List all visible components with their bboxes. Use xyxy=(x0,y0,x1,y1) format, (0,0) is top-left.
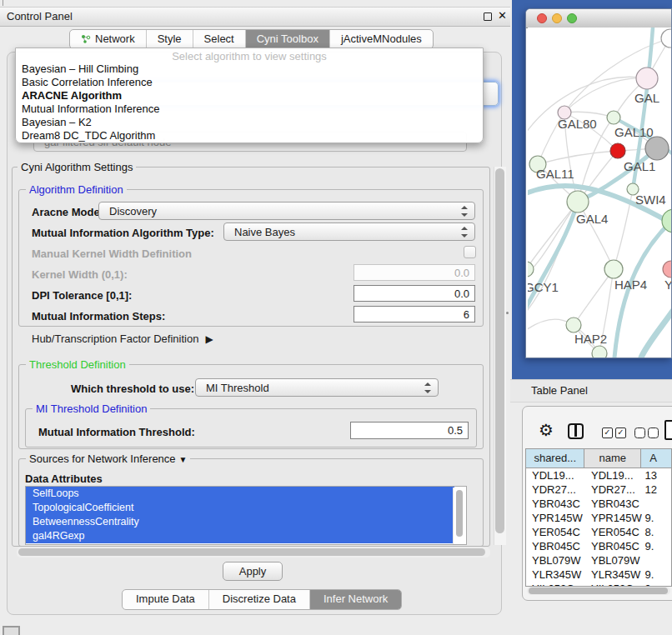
network-node[interactable] xyxy=(661,29,671,48)
table-cell: YBL079W xyxy=(526,553,585,568)
minimize-window-icon[interactable] xyxy=(552,13,562,23)
network-node-gal[interactable] xyxy=(636,68,658,89)
mi-type-combobox[interactable]: Naive Bayes xyxy=(223,222,475,241)
network-node-hap2[interactable] xyxy=(566,318,581,332)
aracne-mode-label: Aracne Mode: xyxy=(32,206,103,218)
kernel-width-label: Kernel Width (0,1): xyxy=(32,268,128,281)
settings-horizontal-scrollbar-thumb[interactable] xyxy=(18,548,485,556)
node-label: GAL1 xyxy=(624,159,655,173)
network-canvas[interactable]: GALGAL80GAL10GAL1GAL11SWI4GAL4GCY1HAP4YH… xyxy=(528,28,671,358)
float-window-button[interactable] xyxy=(484,12,492,21)
mi-type-value: Naive Bayes xyxy=(234,226,295,238)
settings-group-title: Cyni Algorithm Settings xyxy=(18,161,136,173)
zoom-window-icon[interactable] xyxy=(567,13,577,23)
table-row[interactable]: YBL079WYBL079W xyxy=(526,553,671,568)
algorithm-option[interactable]: ARACNE Algorithm xyxy=(16,89,483,102)
mi-type-label: Mutual Information Algorithm Type: xyxy=(32,227,214,239)
algorithm-option[interactable]: Dream8 DC_TDC Algorithm xyxy=(16,129,483,142)
column-header-shared-name[interactable]: shared... xyxy=(526,449,584,468)
minimized-panel-icon[interactable] xyxy=(3,626,20,635)
sources-group-title[interactable]: Sources for Network Inference▼ xyxy=(26,452,190,465)
dpi-tolerance-field[interactable]: 0.0 xyxy=(354,285,475,302)
table-cell: 12 xyxy=(642,482,671,497)
unchecked-checkbox-icon[interactable] xyxy=(634,428,645,438)
network-node[interactable] xyxy=(592,346,607,358)
mi-threshold-group-title: MI Threshold Definition xyxy=(33,402,150,415)
settings-horizontal-scrollbar xyxy=(17,548,490,558)
stepper-icon xyxy=(461,205,469,218)
kernel-width-field[interactable]: 0.0 xyxy=(354,264,475,281)
expander-down-icon: ▼ xyxy=(179,455,188,464)
close-panel-button[interactable]: ✕ xyxy=(498,9,507,22)
unchecked-checkbox-icon[interactable] xyxy=(648,428,659,438)
algorithm-option[interactable]: Basic Correlation Inference xyxy=(16,76,483,89)
table-cell: YPR145W xyxy=(585,511,642,525)
attribute-item[interactable]: SelfLoops xyxy=(26,487,454,501)
which-threshold-value: MI Threshold xyxy=(206,382,269,394)
table-row[interactable]: YPR145WYPR145W9. xyxy=(526,511,671,525)
network-node[interactable] xyxy=(645,137,669,160)
table-row[interactable]: YER054CYER054C8. xyxy=(526,525,671,539)
columns-icon[interactable] xyxy=(568,423,584,439)
attribute-item[interactable]: TopologicalCoefficient xyxy=(26,501,454,515)
table-cell: YDR27... xyxy=(585,482,642,497)
tab-discretize-data[interactable]: Discretize Data xyxy=(208,590,309,609)
checked-checkbox-icon[interactable]: ✓ xyxy=(602,428,613,438)
table-row[interactable]: YBR043CYBR043C xyxy=(526,497,671,511)
network-node-hap4[interactable] xyxy=(604,260,623,278)
network-node-y[interactable] xyxy=(663,261,671,278)
tab-select[interactable]: Select xyxy=(193,30,245,48)
table-cell: YER054C xyxy=(526,525,585,539)
algorithm-option[interactable]: Bayesian – K2 xyxy=(16,116,483,129)
mi-steps-field[interactable]: 6 xyxy=(354,306,475,322)
column-header-third[interactable]: A xyxy=(641,449,671,468)
tab-impute-data[interactable]: Impute Data xyxy=(123,590,208,609)
column-header-name[interactable]: name xyxy=(584,449,641,468)
attributes-scrollbar-thumb[interactable] xyxy=(456,490,463,537)
checked-checkbox-icon[interactable]: ✓ xyxy=(615,428,626,438)
mi-threshold-field[interactable]: 0.5 xyxy=(350,422,469,439)
apply-button[interactable]: Apply xyxy=(223,562,283,581)
node-table[interactable]: shared... name A YDL19...YDL19...13YDR27… xyxy=(525,448,672,587)
network-node-gal4[interactable] xyxy=(567,191,589,212)
which-threshold-combobox[interactable]: MI Threshold xyxy=(195,378,439,397)
table-cell: YDR27... xyxy=(526,482,585,497)
table-row[interactable]: YBR045CYBR045C9. xyxy=(526,539,671,553)
algorithm-option[interactable]: Mutual Information Inference xyxy=(16,102,483,116)
table-cell: YBR045C xyxy=(526,539,585,553)
aracne-mode-combobox[interactable]: Discovery xyxy=(98,202,475,220)
close-window-icon[interactable] xyxy=(537,13,547,23)
table-row[interactable]: YDR27...YDR27...12 xyxy=(526,482,671,497)
network-icon xyxy=(81,34,91,44)
settings-vertical-scrollbar-thumb[interactable] xyxy=(495,168,504,533)
network-window-titlebar[interactable] xyxy=(526,9,671,28)
gear-icon[interactable]: ⚙ xyxy=(539,420,554,440)
table-row[interactable]: YDL19...YDL19...13 xyxy=(526,468,671,482)
network-node-gcy1[interactable] xyxy=(528,262,534,277)
tab-style[interactable]: Style xyxy=(146,30,193,48)
network-window[interactable]: GALGAL80GAL10GAL1GAL11SWI4GAL4GCY1HAP4YH… xyxy=(525,8,672,358)
network-node-gal1[interactable] xyxy=(610,143,625,158)
tab-label: Select xyxy=(204,30,234,48)
table-cell: YBR043C xyxy=(585,497,642,511)
table-cell: YBR045C xyxy=(585,539,642,553)
attribute-item[interactable]: gal4RGexp xyxy=(26,529,454,543)
control-panel-tabs: Network Style Select Cyni Toolbox jActiv… xyxy=(69,29,434,49)
document-icon[interactable] xyxy=(664,420,672,440)
tab-infer-network[interactable]: Infer Network xyxy=(309,590,401,609)
table-row[interactable]: YLR345WYLR345W9. xyxy=(526,568,671,582)
tab-cyni-toolbox[interactable]: Cyni Toolbox xyxy=(245,30,329,48)
splitter-handle[interactable] xyxy=(506,312,509,314)
manual-kernel-checkbox[interactable] xyxy=(464,246,476,258)
network-node-gal10[interactable] xyxy=(607,111,620,124)
table-horizontal-scrollbar-thumb[interactable] xyxy=(529,588,668,594)
table-cell: YLR345W xyxy=(585,568,642,582)
hub-definition-label: Hub/Transcription Factor Definition xyxy=(32,332,198,345)
hub-definition-expander[interactable]: Hub/Transcription Factor Definition▶ xyxy=(32,332,213,345)
algorithm-dropdown: Select algorithm to view settings Bayesi… xyxy=(15,48,484,143)
data-attributes-list[interactable]: SelfLoopsTopologicalCoefficientBetweenne… xyxy=(25,486,467,545)
tab-jactivemnodules[interactable]: jActiveMNodules xyxy=(329,30,433,48)
attribute-item[interactable]: BetweennessCentrality xyxy=(26,515,454,529)
algorithm-option[interactable]: Bayesian – Hill Climbing xyxy=(16,62,483,76)
tab-network[interactable]: Network xyxy=(70,30,146,48)
